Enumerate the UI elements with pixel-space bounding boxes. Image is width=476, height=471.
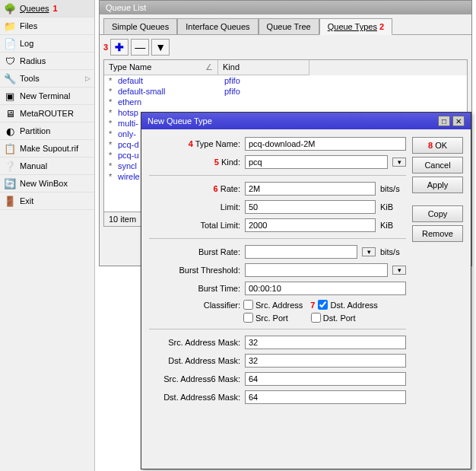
pie-icon: ◐ (4, 125, 16, 137)
classifier-src-port[interactable]: Src. Port (243, 313, 288, 323)
shield-icon: 🛡 (4, 55, 16, 67)
type-name-input[interactable] (245, 137, 406, 151)
kind-label: 5 Kind: (149, 158, 240, 167)
mark-8: 8 (428, 141, 433, 150)
sidebar-item-metarouter[interactable]: 🖥MetaROUTER (0, 105, 94, 123)
dst-mask-label: Dst. Address Mask: (149, 356, 240, 365)
burst-rate-input[interactable] (245, 245, 357, 259)
help-icon: ❔ (4, 160, 16, 172)
src-mask-input[interactable] (245, 336, 406, 349)
sidebar-item-partition[interactable]: ◐Partition (0, 123, 94, 140)
limit-label: Limit: (149, 202, 240, 212)
burst-threshold-dd[interactable]: ▾ (392, 266, 406, 275)
cancel-button[interactable]: Cancel (412, 157, 463, 173)
new-queue-type-dialog: New Queue Type □ ✕ 4 Type Name: 5 Kind: … (141, 112, 471, 469)
chevron-right-icon: ▷ (85, 75, 90, 82)
burst-rate-label: Burst Rate: (149, 247, 240, 256)
tab-interface-queues[interactable]: Interface Queues (177, 18, 258, 34)
total-limit-input[interactable] (245, 218, 376, 232)
dst-mask-input[interactable] (245, 354, 406, 368)
dst6-mask-label: Dst. Address6 Mask: (149, 393, 240, 402)
classifier-dst-port[interactable]: Dst. Port (311, 313, 356, 323)
funnel-icon: ▼ (155, 41, 166, 53)
src-mask-label: Src. Address Mask: (149, 338, 240, 347)
kind-input[interactable] (245, 155, 388, 169)
sidebar-item-new-winbox[interactable]: 🔄New WinBox (0, 175, 94, 193)
mark-5: 5 (214, 158, 219, 167)
classifier-dst-addr[interactable]: Dst. Address (318, 300, 377, 310)
add-button[interactable]: ✚ (110, 39, 129, 56)
minimize-button[interactable]: □ (438, 116, 450, 126)
rate-label: 6 Rate: (149, 184, 240, 193)
limit-input[interactable] (245, 200, 376, 214)
limit-unit: KiB (380, 202, 406, 212)
filter-button[interactable]: ▼ (151, 39, 170, 56)
total-limit-label: Total Limit: (149, 221, 240, 230)
remove-dlg-button[interactable]: Remove (412, 225, 463, 242)
copy-button[interactable]: Copy (412, 205, 463, 222)
table-row[interactable]: *ethern (104, 97, 467, 107)
table-row[interactable]: *default-smallpfifo (104, 86, 467, 97)
mark-1: 1 (53, 4, 58, 13)
type-name-label: 4 Type Name: (149, 139, 240, 148)
log-icon: 📄 (4, 37, 16, 49)
classifier-label: Classifier: (149, 301, 240, 310)
burst-time-label: Burst Time: (149, 284, 240, 293)
tab-queue-tree[interactable]: Queue Tree (259, 18, 319, 34)
tab-simple-queues[interactable]: Simple Queues (103, 18, 177, 34)
ok-button[interactable]: 8 OK (412, 137, 463, 154)
sort-icon: ∠ (205, 62, 213, 72)
src6-mask-input[interactable] (245, 372, 406, 386)
computer-icon: 🖥 (4, 107, 16, 119)
apply-button[interactable]: Apply (412, 177, 463, 193)
rate-input[interactable] (245, 182, 376, 196)
sidebar-item-exit[interactable]: 🚪Exit (0, 193, 94, 210)
mark-4: 4 (189, 139, 193, 148)
src6-mask-label: Src. Address6 Mask: (149, 374, 240, 383)
burst-rate-unit: bits/s (380, 247, 406, 256)
sidebar-item-radius[interactable]: 🛡Radius (0, 53, 94, 70)
door-icon: 🚪 (4, 195, 16, 207)
sidebar-item-queues[interactable]: 🌳 Queues 1 (0, 0, 94, 18)
tab-bar: Simple Queues Interface Queues Queue Tre… (100, 14, 471, 34)
tab-queue-types[interactable]: Queue Types 2 (319, 18, 392, 35)
refresh-icon: 🔄 (4, 177, 16, 189)
mark-7: 7 (310, 301, 315, 310)
minus-icon: — (135, 41, 145, 53)
total-limit-unit: KiB (380, 221, 406, 230)
burst-threshold-input[interactable] (245, 263, 388, 277)
dialog-buttons: 8 OK Cancel Apply Copy Remove (412, 137, 463, 409)
clipboard-icon: 📋 (4, 142, 16, 154)
kind-dropdown[interactable]: ▾ (392, 158, 406, 167)
sidebar-item-files[interactable]: 📁Files (0, 18, 94, 35)
sidebar-item-manual[interactable]: ❔Manual (0, 158, 94, 175)
toolbar: 3 ✚ — ▼ (100, 34, 471, 59)
sidebar-item-supout[interactable]: 📋Make Supout.rif (0, 140, 94, 158)
remove-button[interactable]: — (131, 39, 149, 56)
mark-2: 2 (379, 22, 384, 31)
wrench-icon: 🔧 (4, 72, 16, 84)
plus-icon: ✚ (115, 41, 124, 53)
terminal-icon: ▣ (4, 90, 16, 102)
col-kind[interactable]: Kind (218, 60, 309, 75)
sidebar-item-tools[interactable]: 🔧Tools▷ (0, 70, 94, 88)
sidebar-item-new-terminal[interactable]: ▣New Terminal (0, 88, 94, 105)
burst-threshold-label: Burst Threshold: (149, 266, 240, 275)
close-button[interactable]: ✕ (452, 116, 465, 126)
table-header: Type Name∠ Kind (104, 60, 467, 75)
window-title: Queue List (100, 1, 471, 14)
dialog-titlebar[interactable]: New Queue Type □ ✕ (141, 113, 471, 129)
col-type-name[interactable]: Type Name∠ (104, 60, 218, 75)
table-row[interactable]: *defaultpfifo (104, 75, 467, 86)
burst-rate-dd[interactable]: ▾ (362, 247, 376, 256)
classifier-src-addr[interactable]: Src. Address (243, 300, 303, 310)
burst-time-input[interactable] (245, 282, 406, 295)
folder-icon: 📁 (4, 20, 16, 32)
sidebar-item-log[interactable]: 📄Log (0, 35, 94, 53)
mark-3: 3 (103, 43, 108, 52)
rate-unit: bits/s (380, 184, 406, 193)
dialog-title: New Queue Type (148, 116, 436, 126)
tree-icon: 🌳 (4, 2, 16, 14)
dst6-mask-input[interactable] (245, 390, 406, 404)
form: 4 Type Name: 5 Kind: ▾ 6 Rate: bits/s Li… (149, 137, 406, 409)
